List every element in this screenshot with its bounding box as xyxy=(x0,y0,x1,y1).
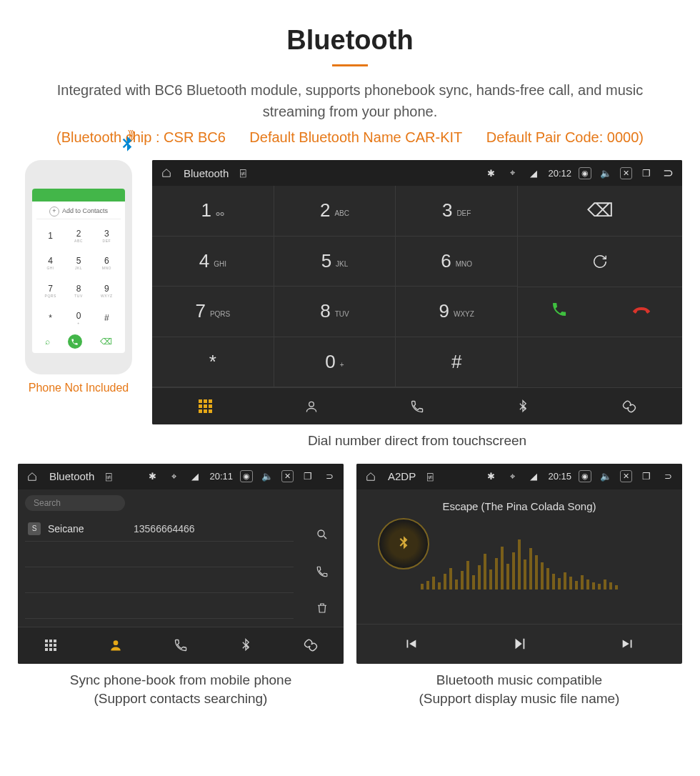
viz-bar xyxy=(518,539,521,590)
nav-bluetooth[interactable] xyxy=(470,388,576,424)
viz-bar xyxy=(495,558,498,590)
dial-key-0[interactable]: 0+ xyxy=(274,337,396,388)
phone-key-1: 1 xyxy=(36,222,64,249)
nav-calllog[interactable] xyxy=(148,627,213,664)
viz-bar xyxy=(604,579,606,590)
contact-name: Seicane xyxy=(48,523,134,534)
player-controls xyxy=(356,624,682,664)
viz-bar xyxy=(438,582,441,590)
close-app-icon[interactable]: ✕ xyxy=(281,470,294,482)
volume-icon[interactable]: 🔈 xyxy=(599,471,613,482)
dial-key-3[interactable]: 3DEF xyxy=(396,186,518,237)
nav-bluetooth[interactable] xyxy=(214,627,279,664)
svg-point-2 xyxy=(113,640,118,645)
dial-key-2[interactable]: 2ABC xyxy=(274,186,396,237)
wifi-icon: ◢ xyxy=(526,471,541,482)
search-icon[interactable] xyxy=(301,517,344,553)
wifi-icon: ◢ xyxy=(188,471,202,482)
close-app-icon[interactable]: ✕ xyxy=(620,470,632,482)
phone-key-5: 5JKL xyxy=(64,249,92,277)
empty-row xyxy=(25,542,294,567)
back-icon[interactable]: ⊃ xyxy=(322,471,336,482)
contacts-caption: Sync phone-book from mobile phone (Suppo… xyxy=(18,671,344,709)
viz-bar xyxy=(592,582,595,590)
redial-button[interactable] xyxy=(518,237,682,287)
clock: 20:15 xyxy=(548,471,571,482)
dial-key-*[interactable]: * xyxy=(152,337,274,388)
dial-key-8[interactable]: 8TUV xyxy=(274,287,396,337)
dialer-statusbar: Bluetooth ⍯ ✱ ⌖ ◢ 20:12 ◉ 🔈 ✕ ❐ ⊃ xyxy=(152,160,682,186)
volume-icon[interactable]: 🔈 xyxy=(599,168,613,179)
contacts-title: Bluetooth xyxy=(49,470,94,482)
close-app-icon[interactable]: ✕ xyxy=(620,167,632,179)
spec-code: Default Pair Code: 0000) xyxy=(486,129,644,145)
viz-bar xyxy=(609,582,612,590)
music-caption: Bluetooth music compatible (Support disp… xyxy=(356,671,682,709)
phone-key-*: * xyxy=(36,304,64,332)
phone-illustration: ))) Add to Contacts 12ABC3DEF4GHI5JKL6MN… xyxy=(25,160,132,374)
viz-bar xyxy=(535,555,538,590)
viz-bar xyxy=(575,581,578,590)
empty-row xyxy=(25,567,294,593)
home-icon[interactable] xyxy=(25,472,39,482)
viz-bar xyxy=(598,584,601,590)
dial-key-1[interactable]: 1օօ xyxy=(152,186,274,237)
bt-status-icon: ✱ xyxy=(145,471,159,482)
camera-icon[interactable]: ◉ xyxy=(579,167,591,179)
viz-bar xyxy=(449,568,452,590)
spec-name: Default Bluetooth Name CAR-KIT xyxy=(249,129,462,145)
viz-bar xyxy=(558,578,561,590)
phone-key-#: # xyxy=(93,304,121,332)
play-pause-button[interactable] xyxy=(465,625,574,664)
bluetooth-icon xyxy=(116,134,138,161)
dial-key-7[interactable]: 7PQRS xyxy=(152,287,274,337)
volume-icon[interactable]: 🔈 xyxy=(260,471,274,482)
next-button[interactable] xyxy=(574,625,682,664)
nav-calllog[interactable] xyxy=(364,388,470,424)
camera-icon[interactable]: ◉ xyxy=(579,470,591,482)
nav-pair[interactable] xyxy=(576,388,682,424)
call-button[interactable] xyxy=(518,301,600,322)
svg-point-0 xyxy=(309,402,314,407)
viz-bar xyxy=(512,552,515,590)
contact-number: 13566664466 xyxy=(134,523,195,534)
dial-key-5[interactable]: 5JKL xyxy=(274,237,396,287)
dial-key-4[interactable]: 4GHI xyxy=(152,237,274,287)
nav-keypad[interactable] xyxy=(18,627,83,664)
phone-key-0: 0+ xyxy=(64,304,92,332)
dial-key-9[interactable]: 9WXYZ xyxy=(396,287,518,337)
backspace-button[interactable]: ⌫ xyxy=(518,186,682,237)
location-icon: ⌖ xyxy=(166,471,181,482)
home-icon[interactable] xyxy=(159,168,174,178)
contact-row[interactable]: S Seicane 13566664466 xyxy=(25,517,294,542)
nav-pair[interactable] xyxy=(279,627,344,664)
dialer-bottom-nav xyxy=(152,387,682,424)
recents-icon[interactable]: ❐ xyxy=(639,168,654,179)
call-icon[interactable] xyxy=(301,553,344,590)
search-input[interactable]: Search xyxy=(25,495,125,511)
clock: 20:12 xyxy=(548,168,571,179)
nav-contacts[interactable] xyxy=(83,627,148,664)
recents-icon[interactable]: ❐ xyxy=(301,471,315,482)
recents-icon[interactable]: ❐ xyxy=(639,471,654,482)
bt-status-icon: ✱ xyxy=(484,471,498,482)
dial-key-#[interactable]: # xyxy=(396,337,518,388)
nav-keypad[interactable] xyxy=(152,388,258,424)
delete-icon[interactable] xyxy=(301,590,344,626)
hangup-button[interactable] xyxy=(600,301,682,322)
nav-contacts[interactable] xyxy=(258,388,364,424)
camera-icon[interactable]: ◉ xyxy=(240,470,253,482)
prev-button[interactable] xyxy=(356,625,465,664)
dial-key-6[interactable]: 6MNO xyxy=(396,237,518,287)
page-title: Bluetooth xyxy=(18,25,682,56)
usb-icon: ⍯ xyxy=(423,471,437,482)
viz-bar xyxy=(455,579,458,590)
viz-bar xyxy=(472,575,475,590)
home-icon[interactable] xyxy=(364,472,378,482)
viz-bar xyxy=(586,579,589,590)
add-to-contacts: Add to Contacts xyxy=(36,204,121,219)
dialer-caption: Dial number direct from touchscreen xyxy=(152,432,682,451)
back-icon[interactable]: ⊃ xyxy=(661,165,675,181)
backspace-icon: ⌫ xyxy=(100,337,112,347)
back-icon[interactable]: ⊃ xyxy=(661,471,675,482)
